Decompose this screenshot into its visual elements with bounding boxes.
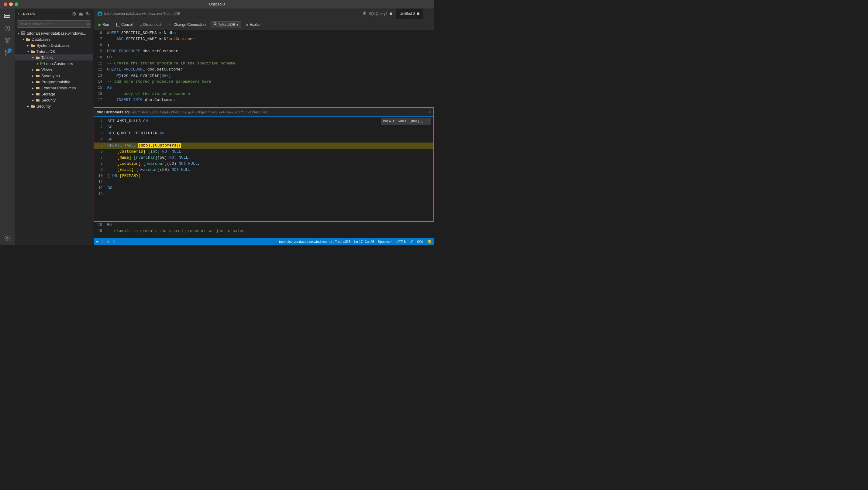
tree-item-databases[interactable]: Databases (14, 36, 93, 42)
line-content[interactable]: @json_val nvarchar(max) (106, 73, 434, 79)
tree-item-programmability[interactable]: Programmability (14, 79, 93, 85)
tree-item-tables[interactable]: Tables (14, 54, 93, 60)
line-content[interactable]: ) ON [PRIMARY] (106, 173, 433, 179)
connection-tab[interactable]: 🌐 tutorialserver.database.windows.net:Tu… (94, 8, 359, 19)
tree-label: External Resources (41, 86, 76, 90)
code-line-14: 14-- add more stored procedure parameter… (94, 79, 434, 85)
folder-icon (35, 79, 40, 84)
peek-close-button[interactable]: × (428, 110, 431, 115)
line-content[interactable]: GO (106, 222, 434, 228)
line-content[interactable]: -- example to execute the stored procedu… (106, 228, 434, 234)
tree-item-external-resources[interactable]: External Resources (14, 85, 93, 91)
line-content[interactable]: GO (106, 54, 434, 60)
cancel-button[interactable]: Cancel (114, 22, 135, 28)
folder-icon (35, 73, 40, 78)
line-content[interactable]: -- add more stored procedure parameters … (106, 79, 434, 85)
server-search-input[interactable] (17, 20, 91, 28)
disconnect-toolbar-button[interactable]: ⏚ Disconnect (137, 22, 163, 28)
activity-settings[interactable] (2, 234, 13, 245)
line-content[interactable]: [Location] [nvarchar](50) NOT NULL, (106, 161, 433, 167)
activity-servers[interactable] (2, 11, 13, 22)
activity-history[interactable] (2, 23, 13, 34)
refresh-button[interactable]: ↻ (86, 11, 90, 17)
tree-item-storage[interactable]: Storage (14, 91, 93, 97)
line-number: 12 (94, 185, 106, 191)
status-smiley[interactable]: 😊 (427, 240, 432, 244)
disconnect-button[interactable]: ⏏ (79, 11, 83, 17)
line-number: 2 (94, 124, 106, 130)
tree-label: Tables (41, 55, 53, 60)
minimize-button[interactable] (9, 2, 13, 6)
svg-point-3 (9, 17, 9, 17)
code-line-19: 19-- example to execute the stored proce… (94, 228, 434, 234)
tree-item-synonyms[interactable]: Synonyms (14, 73, 93, 79)
line-content[interactable]: [Name] [nvarchar](50) NOT NULL, (106, 155, 433, 161)
tree-label: TutorialDB (36, 49, 55, 54)
status-connection[interactable]: tutorialserver.database.windows.net : Tu… (279, 240, 350, 243)
line-content[interactable]: [CustomerID] [int] NOT NULL, (106, 149, 433, 155)
line-content[interactable]: CREATE TABLE [dbo].[Customers]( (106, 143, 433, 149)
connection-tab-label: tutorialserver.database.windows.net:Tuto… (104, 11, 180, 16)
activity-connections[interactable] (2, 35, 13, 46)
line-number: 10 (94, 54, 106, 60)
sidebar: SERVERS ⊕ ⏏ ↻ × tutorialserver.database.… (14, 8, 94, 245)
tree-item-security-2[interactable]: Security (14, 103, 93, 109)
line-content[interactable]: SET QUOTED_IDENTIFIER ON (106, 130, 433, 136)
explain-button[interactable]: ⧖ Explain (243, 22, 264, 28)
line-content[interactable]: WHERE SPECIFIC_SCHEMA = N dbo (106, 30, 434, 36)
main-editor-top[interactable]: 6WHERE SPECIFIC_SCHEMA = N dbo7 AND SPEC… (94, 30, 434, 107)
line-content[interactable]: AND SPECIFIC_NAME = N'setCustomer' (106, 36, 434, 42)
change-connection-button[interactable]: ↔ Change Connection (166, 22, 208, 28)
code-line-12: 12CREATE PROCEDURE dbo.setCustomer (94, 67, 434, 73)
svg-rect-19 (41, 62, 44, 65)
more-tabs-button[interactable]: ··· (423, 8, 434, 19)
change-connection-icon: ↔ (169, 23, 172, 27)
tree-label: tutorialserver.database.windows... (27, 31, 86, 36)
peek-content[interactable]: CREATE TABLE [dbo].[... 1SET ANSI_NULLS … (94, 117, 433, 221)
tree-label: Views (41, 67, 52, 72)
activity-bar: 2 (0, 8, 14, 245)
main-editor-bottom[interactable]: 18GO19-- example to execute the stored p… (94, 222, 434, 238)
tree-arrow (26, 104, 30, 109)
code-line-4: 4GO (94, 136, 433, 143)
maximize-button[interactable] (14, 2, 18, 6)
sqlquery1-dirty-indicator (390, 12, 392, 15)
line-content[interactable]: -- body of the stored procedure (106, 91, 434, 97)
status-left: ⊗ 1 ⚠ 1 (96, 240, 115, 244)
peek-header: dbo.Customers.sql /var/folders/9p/x5j8hp… (94, 108, 433, 116)
line-content[interactable]: -- Create the stored procedure in the sp… (106, 60, 434, 67)
tree-item-views[interactable]: Views (14, 67, 93, 73)
line-content[interactable]: GO (106, 185, 433, 191)
app-body: 2 SERVERS ⊕ ⏏ ↻ × tutorialserver.databas… (0, 8, 434, 245)
peek-filename: dbo.Customers.sql (97, 110, 130, 114)
tree-item-tutorialdb[interactable]: TutorialDB (14, 48, 93, 54)
window-controls[interactable] (4, 2, 18, 6)
close-button[interactable] (4, 2, 7, 6)
line-content[interactable]: CREATE PROCEDURE dbo.setCustomer (106, 67, 434, 73)
tree-item-system-dbs[interactable]: System Databases (14, 42, 93, 48)
line-content[interactable]: GO (106, 124, 433, 130)
code-line-7: 7 [Name] [nvarchar](50) NOT NULL, (94, 155, 433, 161)
database-selector[interactable]: 🗄 TutorialDB ▾ (211, 21, 241, 28)
tree-item-server-root[interactable]: tutorialserver.database.windows... (14, 30, 93, 36)
svg-point-2 (9, 14, 9, 15)
untitled3-tab[interactable]: Untitled-3 (396, 8, 423, 19)
sqlquery1-tab-label: SQLQuery1 (368, 11, 388, 16)
line-content[interactable]: DROP PROCEDURE dbo.setCustomer (106, 48, 434, 54)
line-content[interactable]: AS (106, 85, 434, 91)
line-content[interactable]: [Email] [nvarchar](50) NOT NULL (106, 167, 433, 173)
tree-label: Security (36, 104, 51, 109)
toolbar: ▶ Run Cancel ⏚ Disconnect ↔ Change Conne… (94, 19, 434, 30)
code-line-10: 10GO (94, 54, 434, 60)
sqlquery1-tab[interactable]: 🗄 SQLQuery1 (359, 8, 396, 19)
git-badge: 2 (8, 48, 12, 53)
tree-item-security-1[interactable]: Security (14, 97, 93, 103)
line-content[interactable]: ) (106, 42, 434, 48)
tree-item-dbo-customers[interactable]: dbo.Customers (14, 60, 93, 67)
search-clear-button[interactable]: × (87, 22, 89, 26)
new-connection-button[interactable]: ⊕ (72, 11, 76, 17)
line-content[interactable]: INSERT INTO dbo.Customers (106, 97, 434, 103)
run-button[interactable]: ▶ Run (96, 22, 112, 28)
activity-git[interactable]: 2 (2, 48, 13, 58)
line-content[interactable]: GO (106, 136, 433, 143)
